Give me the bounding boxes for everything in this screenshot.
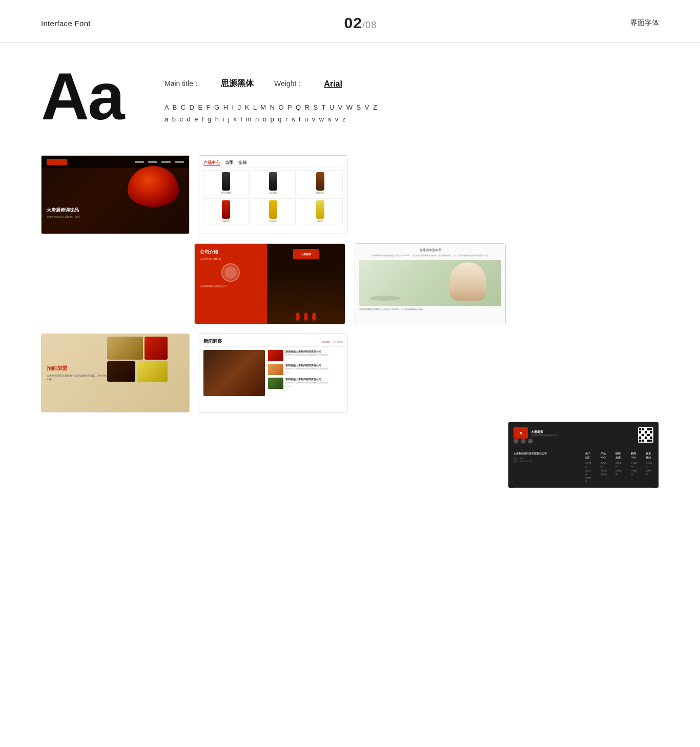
company-intro-sub: COMPANY INTRO <box>200 257 262 260</box>
footer-social: f t w <box>513 439 558 444</box>
alphabet-upper: A B C D E F G H I J K L M N O P Q R S T … <box>164 101 378 113</box>
health-title: 健康的加盟体系 <box>359 248 501 253</box>
company-right-brand: 大唐厨师 <box>301 253 311 256</box>
screenshots-grid: 大唐厨师调味品 大唐厨师调味品有限责任公司 产品中心 当季 全部 <box>41 155 659 488</box>
products-grid: 香辣豆瓣酱 大厨调料 酱油系列 <box>203 170 343 224</box>
font-info-title-row: Main title： 思源黑体 Weight： Arial <box>164 78 378 89</box>
screenshots-row-3: 招商加盟 大唐厨师调味品有限责任公司诚邀您的加盟，共创美好未来 <box>41 334 659 412</box>
footer-brand-sub: 大唐厨师调味品有限责任公司 <box>531 434 558 437</box>
news-item-2: 新闻标题大唐厨师有限责任公司 新闻简介大唐厨师调味品有限责任公司最新动态... … <box>268 364 343 375</box>
screenshot-company-intro: 公司介绍 COMPANY INTRO 大唐厨师调味品有限责任公司 大唐厨师 <box>194 243 345 324</box>
page-separator-total: /08 <box>362 20 377 30</box>
company-intro-title: 公司介绍 <box>200 249 262 256</box>
social-icon-tw: t <box>521 439 526 444</box>
page-current: 02 <box>344 14 362 31</box>
footer-qr-code <box>638 427 653 443</box>
join-body: 大唐厨师调味品有限责任公司诚邀您的加盟，共创美好未来 <box>47 374 108 381</box>
screenshots-row-1: 大唐厨师调味品 大唐厨师调味品有限责任公司 产品中心 当季 全部 <box>41 155 659 234</box>
header: Interface Font 02/08 界面字体 <box>0 0 700 43</box>
screenshots-section: 大唐厨师调味品 大唐厨师调味品有限责任公司 产品中心 当季 全部 <box>0 145 700 509</box>
social-icon-fb: f <box>513 439 519 444</box>
news-tab-industry: 行业新闻 <box>333 340 343 343</box>
footer-bottom-text: 大唐厨师 版权所有 ICP备XXXXXXXX号 法律声明 隐私政策 网站地图 <box>513 487 653 488</box>
news-main-image <box>203 350 265 396</box>
footer-logo-mark: 唐 <box>513 427 528 439</box>
join-title: 招商加盟 <box>47 365 108 372</box>
footer-link-col-5: 联系我们 在线留言 联系方式 <box>646 452 653 483</box>
font-section: Aa Main title： 思源黑体 Weight： Arial A B C … <box>0 43 700 145</box>
hero-food-body: 大唐厨师调味品有限责任公司 <box>47 215 80 218</box>
screenshot-hero-food: 大唐厨师调味品 大唐厨师调味品有限责任公司 <box>41 155 190 234</box>
screenshots-row-4: 唐 大唐厨师 大唐厨师调味品有限责任公司 f t <box>41 422 659 488</box>
header-page-indicator: 02/08 <box>344 14 377 32</box>
screenshot-health-system: 健康的加盟体系 大唐厨师调味品有限责任公司成立于2009年，以打造高品质调味品为… <box>355 243 506 324</box>
products-header: 产品中心 当季 全部 <box>203 160 343 168</box>
screenshots-row-2: 公司介绍 COMPANY INTRO 大唐厨师调味品有限责任公司 大唐厨师 <box>41 243 659 324</box>
hero-food-title: 大唐厨师调味品 <box>47 207 80 214</box>
footer-links: 关于我们 公司简介 企业文化 资质荣誉 产品中心 酱料系列 调味品 食用油 <box>585 452 653 483</box>
footer-link-col-2: 产品中心 酱料系列 调味品 食用油 <box>601 452 608 483</box>
news-title: 新闻洞察 <box>203 338 222 345</box>
social-icon-wb: w <box>528 439 533 444</box>
weight-label: Weight： <box>274 79 303 89</box>
news-item-3: 新闻标题大唐厨师有限责任公司 新闻简介大唐厨师调味品有限责任公司最新动态... … <box>268 378 343 389</box>
main-title-label: Main title： <box>164 79 200 89</box>
font-specimen: Aa <box>41 63 123 130</box>
footer-info: 大唐厨师调味品有限责任公司 地址：XXX 电话：400-XXX-XXXX 关于我… <box>513 452 653 483</box>
screenshot-footer: 唐 大唐厨师 大唐厨师调味品有限责任公司 f t <box>508 422 659 488</box>
footer-company-name: 大唐厨师调味品有限责任公司 <box>513 452 575 455</box>
news-item-1: 新闻标题大唐厨师有限责任公司 新闻简介大唐厨师调味品有限责任公司最新动态... … <box>268 350 343 361</box>
font-info: Main title： 思源黑体 Weight： Arial A B C D E… <box>164 63 378 126</box>
news-list: 新闻标题大唐厨师有限责任公司 新闻简介大唐厨师调味品有限责任公司最新动态... … <box>268 350 343 396</box>
screenshot-products: 产品中心 当季 全部 香辣豆瓣酱 大厨调料 <box>199 155 347 234</box>
screenshot-join: 招商加盟 大唐厨师调味品有限责任公司诚邀您的加盟，共创美好未来 <box>41 334 190 412</box>
main-title-value: 思源黑体 <box>221 78 254 89</box>
footer-brand-name: 大唐厨师 <box>531 430 558 434</box>
news-tab-company: 公司新闻 <box>319 340 330 343</box>
header-left-label: Interface Font <box>41 19 91 28</box>
screenshot-news: 新闻洞察 公司新闻 行业新闻 <box>199 334 347 412</box>
footer-phone: 电话：400-XXX-XXXX <box>513 460 575 463</box>
footer-link-col-4: 新闻中心 公司新闻 行业资讯 <box>631 452 639 483</box>
company-desc: 大唐厨师调味品有限责任公司 <box>200 285 262 288</box>
hero-logo <box>47 159 67 165</box>
footer-link-col-1: 关于我们 公司简介 企业文化 资质荣誉 <box>585 452 593 483</box>
header-right-label: 界面字体 <box>630 18 659 28</box>
weight-value: Arial <box>324 79 342 89</box>
health-body: 大唐厨师调味品有限责任公司成立于2009年，以打造高品质调味品为使命，坚持创新研… <box>359 254 501 257</box>
footer-link-col-3: 招商加盟 加盟政策 加盟流程 <box>615 452 623 483</box>
alphabet-lower: a b c d e f g h i j k l m n o p q r s t … <box>164 113 378 125</box>
